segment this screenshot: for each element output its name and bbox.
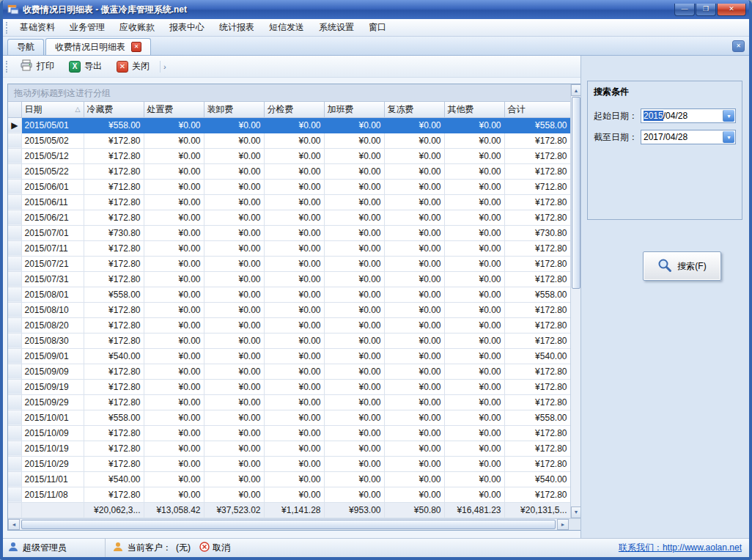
cell[interactable]: ¥0.00 [384,117,444,133]
table-row[interactable]: 2015/09/29¥172.80¥0.00¥0.00¥0.00¥0.00¥0.… [8,394,570,410]
table-row[interactable]: 2015/10/29¥172.80¥0.00¥0.00¥0.00¥0.00¥0.… [8,456,570,471]
cell[interactable]: ¥172.80 [84,240,144,256]
tab-fee-report[interactable]: 收费情况日明细表 ✕ [45,38,151,55]
scroll-left-icon[interactable]: ◄ [8,519,20,530]
table-row[interactable]: 2015/07/01¥730.80¥0.00¥0.00¥0.00¥0.00¥0.… [8,225,570,240]
cell[interactable]: ¥0.00 [324,271,384,287]
end-date-dropdown-icon[interactable]: ▼ [723,131,734,143]
table-row[interactable]: 2015/08/10¥172.80¥0.00¥0.00¥0.00¥0.00¥0.… [8,302,570,317]
cell[interactable]: ¥0.00 [264,163,324,179]
cell[interactable]: ¥172.80 [504,487,570,502]
cell[interactable]: ¥172.80 [504,194,570,210]
cell[interactable]: ¥0.00 [384,379,444,394]
row-selector[interactable] [8,317,21,333]
cell[interactable]: 2015/09/19 [21,379,84,394]
cell[interactable]: ¥172.80 [504,210,570,225]
cell[interactable]: ¥0.00 [324,163,384,179]
cell[interactable]: 2015/06/01 [21,179,84,194]
cell[interactable]: ¥0.00 [324,194,384,210]
cell[interactable]: ¥558.00 [84,410,144,425]
row-selector[interactable] [8,271,21,287]
cell[interactable]: ¥172.80 [504,441,570,456]
cell[interactable]: 2015/10/29 [21,456,84,471]
cell[interactable]: ¥0.00 [264,410,324,425]
menu-item-6[interactable]: 系统设置 [312,18,361,37]
cell[interactable]: 2015/05/12 [21,148,84,163]
search-button[interactable]: 搜索(F) [643,251,721,281]
end-date-picker[interactable]: 2017/04/28 ▼ [641,130,736,144]
cell[interactable]: ¥172.80 [84,333,144,348]
cell[interactable]: ¥0.00 [144,287,204,302]
cell[interactable]: ¥172.80 [84,163,144,179]
group-by-drop-zone[interactable]: 拖动列标题到这进行分组 [8,84,570,102]
cell[interactable]: ¥0.00 [144,456,204,471]
cell[interactable]: ¥0.00 [324,471,384,487]
scroll-right-icon[interactable]: ► [557,519,569,530]
cell[interactable]: ¥0.00 [384,317,444,333]
cell[interactable]: ¥0.00 [264,117,324,133]
cell[interactable]: ¥0.00 [324,225,384,240]
close-button[interactable]: ✕ [717,4,746,16]
cell[interactable]: ¥172.80 [84,210,144,225]
cell[interactable]: ¥0.00 [324,117,384,133]
column-header-2[interactable]: 处置费 [144,102,204,117]
cell[interactable]: ¥0.00 [444,379,504,394]
cell[interactable]: ¥540.00 [84,348,144,364]
cell[interactable]: ¥0.00 [324,425,384,441]
menu-item-5[interactable]: 短信发送 [262,18,312,37]
cell[interactable]: ¥0.00 [384,441,444,456]
title-bar[interactable]: 收费情况日明细表 - 傲蓝冷库管理系统.net — ❐ ✕ [3,0,749,19]
cell[interactable]: ¥0.00 [444,410,504,425]
cell[interactable]: ¥558.00 [84,117,144,133]
cell[interactable]: ¥0.00 [264,379,324,394]
cell[interactable]: ¥0.00 [384,302,444,317]
cell[interactable]: ¥0.00 [444,117,504,133]
cell[interactable]: ¥0.00 [444,487,504,502]
menu-item-0[interactable]: 基础资料 [12,18,62,37]
cell[interactable]: ¥0.00 [444,271,504,287]
cell[interactable]: ¥0.00 [204,210,264,225]
cell[interactable]: ¥0.00 [384,410,444,425]
column-header-6[interactable]: 复冻费 [384,102,444,117]
cell[interactable]: ¥0.00 [384,148,444,163]
cell[interactable]: 2015/08/01 [21,287,84,302]
row-selector[interactable] [8,348,21,364]
cell[interactable]: ¥0.00 [144,302,204,317]
cell[interactable]: ¥172.80 [504,317,570,333]
cell[interactable]: ¥0.00 [324,333,384,348]
cell[interactable]: ¥0.00 [324,210,384,225]
cell[interactable]: ¥172.80 [504,379,570,394]
row-selector[interactable] [8,333,21,348]
cell[interactable]: ¥172.80 [84,441,144,456]
cell[interactable]: ¥0.00 [144,117,204,133]
cell[interactable]: ¥0.00 [384,425,444,441]
cell[interactable]: 2015/09/01 [21,348,84,364]
table-row[interactable]: 2015/10/01¥558.00¥0.00¥0.00¥0.00¥0.00¥0.… [8,410,570,425]
vertical-scrollbar[interactable]: ▲ ▼ [570,84,581,518]
cell[interactable]: 2015/08/30 [21,333,84,348]
column-header-5[interactable]: 加班费 [324,102,384,117]
cell[interactable]: ¥172.80 [84,456,144,471]
cell[interactable]: ¥0.00 [324,317,384,333]
cell[interactable]: ¥0.00 [444,317,504,333]
table-row[interactable]: 2015/06/11¥172.80¥0.00¥0.00¥0.00¥0.00¥0.… [8,194,570,210]
cell[interactable]: ¥0.00 [204,487,264,502]
cell[interactable]: 2015/05/01 [21,117,84,133]
cell[interactable]: ¥0.00 [204,256,264,271]
row-selector[interactable] [8,425,21,441]
cell[interactable]: ¥172.80 [504,148,570,163]
cell[interactable]: ¥558.00 [504,287,570,302]
start-date-picker[interactable]: 2015/04/28 ▼ [641,108,736,123]
cell[interactable]: ¥0.00 [444,456,504,471]
export-button[interactable]: X 导出 [62,57,109,75]
row-selector[interactable] [8,256,21,271]
menu-item-4[interactable]: 统计报表 [212,18,262,37]
column-header-0[interactable]: 日期△ [21,102,84,117]
cell[interactable]: ¥730.80 [84,225,144,240]
cell[interactable]: ¥0.00 [144,425,204,441]
cell[interactable]: ¥0.00 [264,133,324,148]
cell[interactable]: ¥0.00 [444,133,504,148]
cell[interactable]: ¥172.80 [84,364,144,379]
cell[interactable]: ¥0.00 [444,148,504,163]
cell[interactable]: ¥540.00 [504,471,570,487]
